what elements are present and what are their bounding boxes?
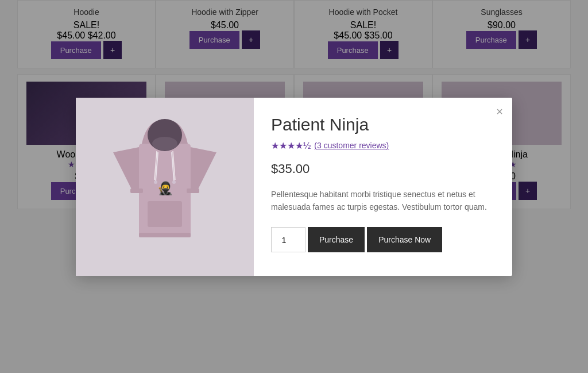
modal-actions: Purchase Purchase Now [271,227,495,252]
modal-product-image: 🥷 [76,98,254,276]
review-link[interactable]: (3 customer reviews) [314,141,389,150]
modal-description: Pellentesque habitant morbi tristique se… [271,188,495,214]
modal-price: $35.00 [271,161,495,176]
svg-point-2 [152,137,177,151]
svg-rect-9 [139,233,191,237]
modal-purchase-button[interactable]: Purchase [308,227,365,252]
modal-overlay[interactable]: 🥷 × Patient Ninja ★★★★½ (3 customer revi… [0,0,588,373]
modal-close-button[interactable]: × [496,106,503,117]
hoodie-illustration: 🥷 [107,112,222,262]
modal-detail: × Patient Ninja ★★★★½ (3 customer review… [254,98,512,276]
quantity-input[interactable] [271,227,305,252]
svg-point-6 [172,180,176,184]
modal-rating: ★★★★½ (3 customer reviews) [271,140,495,151]
svg-rect-10 [130,189,143,193]
modal-purchase-now-button[interactable]: Purchase Now [367,227,442,252]
svg-text:🥷: 🥷 [157,180,173,196]
svg-rect-11 [187,189,199,193]
modal-product-title: Patient Ninja [271,115,495,134]
star-icons: ★★★★½ [271,140,311,151]
product-modal: 🥷 × Patient Ninja ★★★★½ (3 customer revi… [76,98,512,276]
svg-rect-7 [148,201,182,227]
